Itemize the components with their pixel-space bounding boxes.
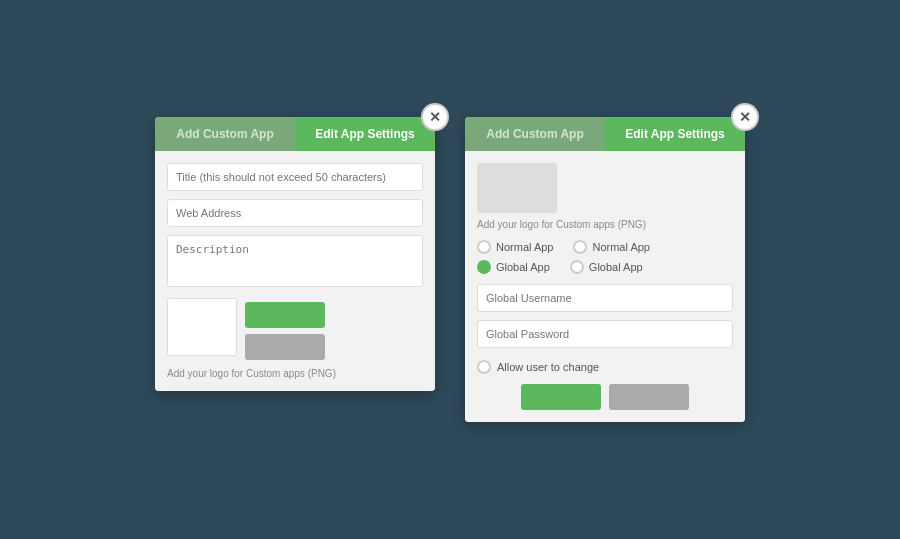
dialog-2-header: Add Custom App Edit App Settings (465, 117, 745, 151)
dialog-1: ✕ Add Custom App Edit App Settings Add y… (155, 117, 435, 391)
global-password-input[interactable] (477, 320, 733, 348)
description-input[interactable] (167, 235, 423, 287)
logo-hint-2: Add your logo for Custom apps (PNG) (477, 219, 733, 230)
web-address-input[interactable] (167, 199, 423, 227)
radio-normal-app-1[interactable]: Normal App (477, 240, 553, 254)
dialogs-container: ✕ Add Custom App Edit App Settings Add y… (155, 117, 745, 422)
save-button[interactable] (521, 384, 601, 410)
logo-preview-2 (477, 163, 557, 213)
tab-add-custom-1[interactable]: Add Custom App (155, 117, 295, 151)
radio-global-app-1[interactable]: Global App (477, 260, 550, 274)
radio-circle-global-1 (477, 260, 491, 274)
allow-toggle[interactable] (477, 360, 491, 374)
tab-edit-settings-1[interactable]: Edit App Settings (295, 117, 435, 151)
dialog-1-header: Add Custom App Edit App Settings (155, 117, 435, 151)
radio-group-normal: Normal App Normal App (477, 240, 733, 254)
logo-section (167, 298, 423, 360)
global-username-input[interactable] (477, 284, 733, 312)
logo-preview (167, 298, 237, 356)
radio-circle-global-2 (570, 260, 584, 274)
upload-button[interactable] (245, 302, 325, 328)
logo-buttons (245, 298, 325, 360)
cancel-button[interactable] (245, 334, 325, 360)
dialog-2: ✕ Add Custom App Edit App Settings Add y… (465, 117, 745, 422)
cancel-button-2[interactable] (609, 384, 689, 410)
close-button-2[interactable]: ✕ (731, 103, 759, 131)
tab-add-custom-2[interactable]: Add Custom App (465, 117, 605, 151)
dialog-1-body: Add your logo for Custom apps (PNG) (155, 151, 435, 391)
bottom-buttons (477, 384, 733, 410)
radio-global-app-2[interactable]: Global App (570, 260, 643, 274)
logo-hint-1: Add your logo for Custom apps (PNG) (167, 368, 423, 379)
tab-edit-settings-2[interactable]: Edit App Settings (605, 117, 745, 151)
close-button-1[interactable]: ✕ (421, 103, 449, 131)
radio-group-global: Global App Global App (477, 260, 733, 274)
radio-circle-normal-2 (573, 240, 587, 254)
radio-circle-normal-1 (477, 240, 491, 254)
allow-user-change-row: Allow user to change (477, 360, 733, 374)
radio-normal-app-2[interactable]: Normal App (573, 240, 649, 254)
title-input[interactable] (167, 163, 423, 191)
dialog-2-body: Add your logo for Custom apps (PNG) Norm… (465, 151, 745, 422)
